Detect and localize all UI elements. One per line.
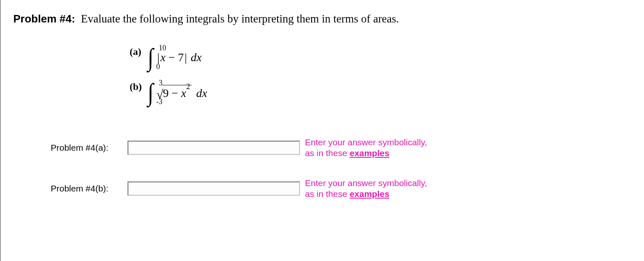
- problem-header: Problem #4: Evaluate the following integ…: [13, 12, 636, 25]
- answer-label-a: Problem #4(a):: [51, 143, 128, 153]
- integral-b: ∫ 3 -3 √ 9 − x2 dx: [147, 81, 207, 104]
- integral-symbol-a: ∫ 10 0: [147, 46, 154, 69]
- var-x: x: [160, 51, 165, 64]
- answer-hint-a: Enter your answer symbolically, as in th…: [305, 137, 427, 159]
- const-9: 9: [163, 87, 169, 99]
- minus-op: −: [165, 51, 178, 64]
- upper-limit-a: 10: [159, 44, 166, 52]
- var-x-b: x: [181, 87, 186, 99]
- answer-row-a: Problem #4(a): Enter your answer symboli…: [51, 137, 636, 159]
- integral-symbol-b: ∫ 3 -3: [147, 81, 154, 104]
- abs-close: |: [184, 51, 187, 64]
- equations-block: (a) ∫ 10 0 |x − 7| dx (b) ∫ 3 -3: [130, 46, 636, 104]
- integrand-a: |x − 7| dx: [156, 51, 202, 64]
- answer-block: Problem #4(a): Enter your answer symboli…: [51, 137, 636, 199]
- answer-hint-b: Enter your answer symbolically, as in th…: [305, 178, 427, 200]
- examples-link-a[interactable]: examples: [349, 148, 389, 158]
- hint-line2-prefix-b: as in these: [305, 189, 349, 199]
- examples-link-b[interactable]: examples: [349, 189, 389, 199]
- hint-line1-b: Enter your answer symbolically,: [305, 178, 427, 188]
- dx-b: dx: [193, 87, 207, 99]
- answer-input-a[interactable]: [128, 141, 300, 155]
- radicand: 9 − x2: [162, 85, 192, 100]
- dx-a: dx: [188, 51, 202, 64]
- exp-2: 2: [186, 82, 190, 91]
- integral-a: ∫ 10 0 |x − 7| dx: [147, 46, 202, 69]
- answer-row-b: Problem #4(b): Enter your answer symboli…: [51, 178, 636, 200]
- part-label-a: (a): [130, 46, 147, 57]
- equation-row-b: (b) ∫ 3 -3 √ 9 − x2 dx: [130, 81, 636, 104]
- problem-instruction: Evaluate the following integrals by inte…: [81, 12, 399, 25]
- integrand-b: √ 9 − x2 dx: [156, 85, 207, 100]
- radical-icon: √: [156, 87, 163, 102]
- problem-page: Problem #4: Evaluate the following integ…: [0, 0, 644, 261]
- lower-limit-a: 0: [156, 62, 160, 71]
- integral-sign-icon: ∫: [147, 46, 153, 69]
- integral-sign-icon: ∫: [147, 81, 153, 104]
- hint-line1-a: Enter your answer symbolically,: [305, 137, 427, 147]
- const-7: 7: [178, 51, 184, 64]
- answer-input-b[interactable]: [128, 181, 300, 196]
- answer-label-b: Problem #4(b):: [51, 184, 128, 194]
- problem-number: Problem #4:: [13, 12, 75, 25]
- minus-op-b: −: [169, 87, 181, 99]
- part-label-b: (b): [130, 81, 147, 92]
- equation-row-a: (a) ∫ 10 0 |x − 7| dx: [130, 46, 636, 69]
- hint-line2-prefix-a: as in these: [305, 148, 349, 158]
- sqrt-wrap: √ 9 − x2: [156, 85, 192, 100]
- abs-open: |: [157, 51, 160, 64]
